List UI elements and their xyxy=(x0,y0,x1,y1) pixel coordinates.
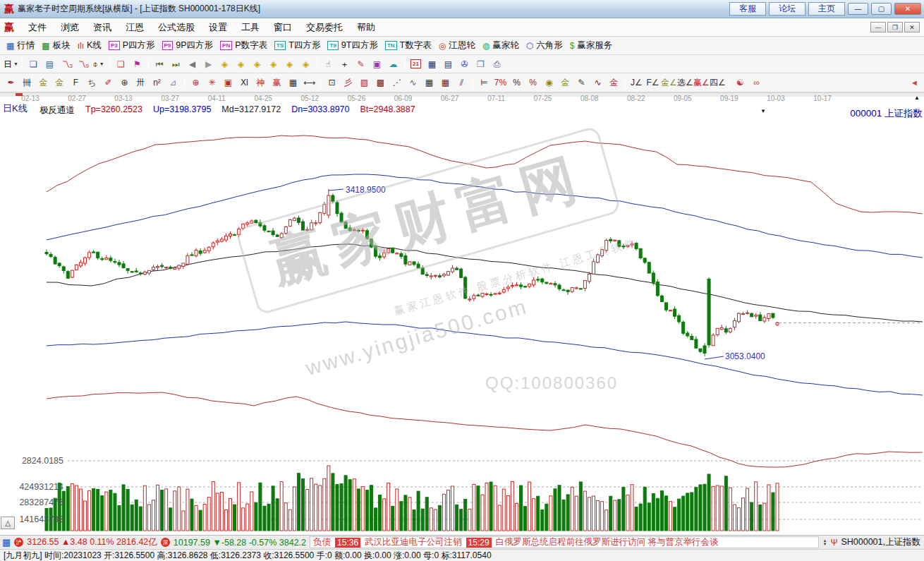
note-list-icon[interactable]: ▤ xyxy=(42,56,58,71)
instrument-spinner[interactable]: ▲▼ xyxy=(822,539,827,546)
prev-bar-icon[interactable]: ◀ xyxy=(184,56,200,71)
angle-lines-icon[interactable]: ⋰ xyxy=(389,76,405,90)
gold-ruler-icon[interactable]: 金 xyxy=(35,76,51,90)
pen-icon[interactable]: ✎ xyxy=(353,56,369,71)
scrollbar-thumb[interactable] xyxy=(16,93,23,96)
grid-small-icon[interactable]: ▦ xyxy=(421,76,437,90)
titlebar-button-论坛[interactable]: 论坛 xyxy=(769,2,806,16)
next-bar-icon[interactable]: ▶ xyxy=(200,56,217,71)
plain-ruler-icon[interactable]: 卅 xyxy=(133,76,149,90)
menu-工具[interactable]: 工具 xyxy=(234,19,267,36)
menu-文件[interactable]: 文件 xyxy=(21,19,54,36)
diamond-h-icon[interactable]: ◈ xyxy=(249,56,265,71)
minimize-button[interactable]: — xyxy=(848,3,868,15)
market-grid-icon[interactable]: ▦ xyxy=(2,537,11,548)
close-button[interactable]: ✕ xyxy=(894,3,921,15)
gold-line2-icon[interactable]: 金 xyxy=(606,76,622,90)
ladder-icon[interactable]: ⊨ xyxy=(476,76,492,90)
calendar-icon[interactable]: 21 xyxy=(408,56,424,71)
marker-pen-icon[interactable]: ✐ xyxy=(100,76,116,90)
percent-line-icon[interactable]: 7% xyxy=(492,76,509,90)
flag-icon[interactable]: ⚑ xyxy=(129,56,145,71)
diamond-star-icon[interactable]: ◈ xyxy=(298,56,314,71)
expand-panel-button[interactable]: △ xyxy=(1,517,15,529)
zigzag-icon[interactable]: ∿ xyxy=(405,76,421,90)
gold-angle-icon[interactable]: 金∠ xyxy=(661,76,677,90)
four-angle-icon[interactable]: 四∠ xyxy=(710,76,726,90)
wave9-icon[interactable]: 〽9 xyxy=(74,56,90,71)
ying-ruler-icon[interactable]: 赢 xyxy=(269,76,285,90)
diamond-expand-icon[interactable]: ◈ xyxy=(281,56,298,71)
tool-gann-wheel[interactable]: ◎江恩轮 xyxy=(439,40,475,52)
cloud-icon[interactable]: ☁ xyxy=(385,56,401,71)
tool-winner-wheel[interactable]: ◍赢家轮 xyxy=(482,40,519,52)
shen-ruler-icon[interactable]: 神 xyxy=(253,76,269,90)
box-select-icon[interactable]: ⊡ xyxy=(324,76,340,90)
child-minimize-button[interactable]: — xyxy=(870,22,886,32)
titlebar-button-主页[interactable]: 主页 xyxy=(808,2,845,16)
window-frame-icon[interactable]: ❏ xyxy=(25,56,42,71)
crosshair-icon[interactable]: ＋ xyxy=(336,56,353,71)
spiral-icon[interactable]: ち xyxy=(84,76,100,90)
diamond-left-icon[interactable]: ◈ xyxy=(217,56,233,71)
tool-t-square[interactable]: TST四方形 xyxy=(274,40,320,52)
news-ticker[interactable]: 负债 15:36 武汉比亚迪电子公司注销 15:29 白俄罗斯总统启程前往俄罗斯… xyxy=(310,536,819,548)
tool-winner-service[interactable]: $赢家服务 xyxy=(570,40,613,52)
tool-hexagon[interactable]: ⬡六角形 xyxy=(526,40,563,52)
period-day-icon[interactable]: 日▼ xyxy=(3,56,19,71)
parallel-icon[interactable]: ⫽ xyxy=(454,76,470,90)
target-square-icon[interactable]: ▣ xyxy=(220,76,236,90)
tool-p9-square[interactable]: P99P四方形 xyxy=(162,40,214,52)
tool-sectors[interactable]: ▩板块 xyxy=(42,40,70,52)
menu-江恩[interactable]: 江恩 xyxy=(118,19,151,36)
titlebar-button-客服[interactable]: 客服 xyxy=(729,2,766,16)
fibo-ruler-icon[interactable]: F xyxy=(68,76,84,90)
tool-p-square[interactable]: P3P四方形 xyxy=(109,40,155,52)
grid123-icon[interactable]: ▦ xyxy=(285,76,301,90)
print-icon[interactable]: ⎙ xyxy=(489,56,505,71)
first-bar-icon[interactable]: ⏮ xyxy=(152,56,168,71)
taiji-icon[interactable]: ☯ xyxy=(732,76,748,90)
gann-fan-icon[interactable]: 彡 xyxy=(340,76,356,90)
pattern-box-icon[interactable]: ❏ xyxy=(113,56,129,71)
more-tools-icon[interactable]: ◄ xyxy=(911,78,921,87)
width-arrow-icon[interactable]: ⟷ xyxy=(301,76,317,90)
tool-t-number[interactable]: TNT数字表 xyxy=(385,40,432,52)
chevron-down-icon[interactable]: ▼ xyxy=(760,108,766,114)
tool-t9-square[interactable]: T99T四方形 xyxy=(327,40,377,52)
time-ruler-icon[interactable]: ⊕ xyxy=(116,76,133,90)
menu-公式选股[interactable]: 公式选股 xyxy=(151,19,202,36)
maximize-button[interactable]: ▢ xyxy=(871,3,892,15)
menu-帮助[interactable]: 帮助 xyxy=(350,19,382,36)
n2-ruler-icon[interactable]: n² xyxy=(149,76,165,90)
chevron-up-icon[interactable]: ▲ xyxy=(914,95,920,101)
menu-资讯[interactable]: 资讯 xyxy=(86,19,118,36)
wave3-icon[interactable]: 〽3 xyxy=(58,56,74,71)
f-angle-icon[interactable]: F∠ xyxy=(645,76,661,90)
menu-浏览[interactable]: 浏览 xyxy=(54,19,86,36)
kline-chart[interactable]: 02-1302-2703-1303-2704-1104-2505-1205-26… xyxy=(0,92,924,535)
child-close-button[interactable]: ✕ xyxy=(904,22,920,32)
target-circle-icon[interactable]: ⊕ xyxy=(188,76,204,90)
diamond-cross-icon[interactable]: ◈ xyxy=(265,56,281,71)
percent-icon[interactable]: % xyxy=(509,76,525,90)
gold-circle-icon[interactable]: ◉ xyxy=(541,76,557,90)
gold-ruler2-icon[interactable]: 金 xyxy=(51,76,68,90)
ying-angle-icon[interactable]: 赢∠ xyxy=(693,76,710,90)
starburst-icon[interactable]: ✳ xyxy=(204,76,220,90)
diamond-right-icon[interactable]: ◈ xyxy=(233,56,249,71)
menu-窗口[interactable]: 窗口 xyxy=(267,19,299,36)
grid-large-icon[interactable]: ▦ xyxy=(437,76,454,90)
angle-fan-icon[interactable]: ⊿ xyxy=(165,76,181,90)
kline-canvas[interactable]: 02-1302-2703-1303-2704-1104-2505-1205-26… xyxy=(0,92,924,535)
notepad-icon[interactable]: ▤ xyxy=(440,56,456,71)
fan-box-icon[interactable]: ▨ xyxy=(356,76,372,90)
select-angle-icon[interactable]: 选∠ xyxy=(677,76,693,90)
gold-line-icon[interactable]: 金 xyxy=(557,76,573,90)
menu-交易委托[interactable]: 交易委托 xyxy=(299,19,350,36)
tool-kline[interactable]: ılıK线 xyxy=(78,40,102,52)
percent-level-icon[interactable]: % xyxy=(525,76,541,90)
save-icon[interactable]: ✇ xyxy=(456,56,473,71)
calculator-icon[interactable]: ▦ xyxy=(424,56,440,71)
fan-box2-icon[interactable]: ▩ xyxy=(372,76,389,90)
